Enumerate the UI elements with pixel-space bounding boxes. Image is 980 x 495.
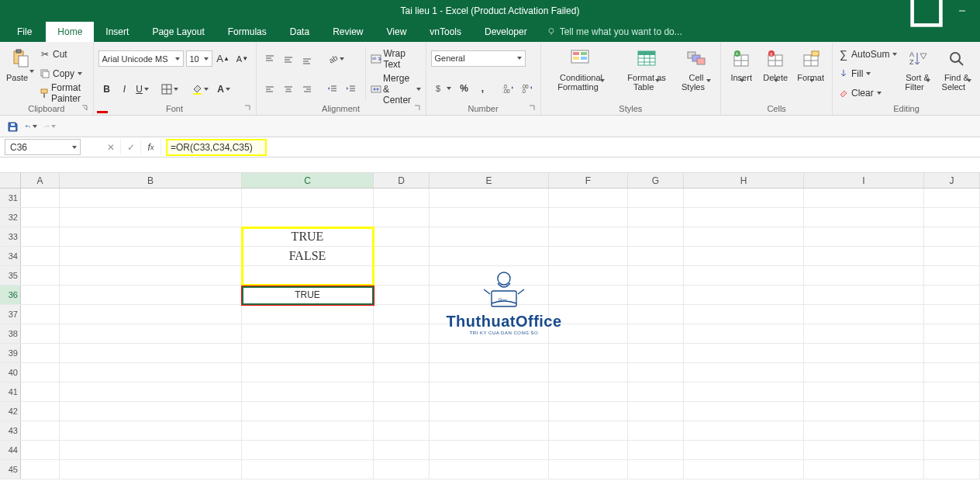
percent-format-icon[interactable]: %	[456, 80, 473, 97]
cell[interactable]	[374, 266, 430, 285]
orientation-icon[interactable]: ab	[324, 50, 347, 68]
col-header[interactable]: E	[430, 173, 549, 188]
formula-input[interactable]: =OR(C33,C34,C35)	[166, 137, 980, 158]
cell[interactable]	[684, 227, 804, 246]
cell[interactable]	[684, 382, 804, 401]
cell[interactable]	[804, 247, 924, 265]
col-header[interactable]: G	[628, 173, 684, 188]
cell[interactable]	[684, 363, 804, 382]
cell[interactable]	[549, 402, 628, 421]
cell[interactable]	[628, 208, 684, 227]
col-header[interactable]: J	[924, 173, 980, 188]
cell[interactable]	[60, 344, 242, 362]
cut-button[interactable]: ✂Cut	[39, 46, 88, 63]
cell[interactable]	[628, 305, 684, 324]
cell[interactable]	[924, 460, 980, 479]
format-as-table-button[interactable]: Format as Table	[619, 45, 673, 102]
minimize-button[interactable]	[944, 0, 980, 22]
cell[interactable]	[60, 441, 242, 459]
cell[interactable]	[684, 266, 804, 285]
cell[interactable]	[804, 382, 924, 401]
cell[interactable]	[60, 305, 242, 324]
align-middle-icon[interactable]	[280, 50, 297, 68]
cell[interactable]	[21, 441, 60, 459]
row-header[interactable]: 37	[0, 305, 21, 324]
select-all-corner[interactable]	[0, 173, 21, 188]
cell[interactable]	[21, 363, 60, 382]
borders-button[interactable]	[158, 81, 181, 98]
cell[interactable]	[924, 227, 980, 246]
cell[interactable]	[924, 208, 980, 227]
cell[interactable]	[924, 189, 980, 207]
cell[interactable]	[430, 363, 549, 382]
number-launcher[interactable]	[526, 102, 537, 113]
cell[interactable]	[430, 421, 549, 440]
cell[interactable]	[21, 460, 60, 479]
tab-review[interactable]: Review	[321, 22, 374, 42]
cell[interactable]	[374, 189, 430, 207]
cell[interactable]	[549, 227, 628, 246]
cell[interactable]	[60, 382, 242, 401]
cell[interactable]	[924, 402, 980, 421]
tab-view[interactable]: View	[375, 22, 419, 42]
cell[interactable]	[628, 227, 684, 246]
cell[interactable]	[804, 266, 924, 285]
bold-button[interactable]: B	[98, 81, 116, 98]
cell[interactable]	[21, 227, 60, 246]
increase-decimal-icon[interactable]: .0.00	[500, 80, 517, 97]
cell[interactable]	[804, 421, 924, 440]
accounting-format-icon[interactable]: $	[431, 80, 454, 97]
cell[interactable]	[374, 460, 430, 479]
format-cells-button[interactable]: Format	[794, 45, 827, 102]
delete-cells-button[interactable]: xDelete	[760, 45, 791, 102]
undo-icon[interactable]	[25, 120, 37, 133]
cell[interactable]: TRUE	[242, 227, 374, 246]
cell[interactable]	[924, 421, 980, 440]
col-header[interactable]: I	[804, 173, 924, 188]
decrease-decimal-icon[interactable]: .00.0	[519, 80, 536, 97]
cell[interactable]	[628, 247, 684, 265]
cell[interactable]	[924, 441, 980, 459]
cell[interactable]	[60, 227, 242, 246]
cell[interactable]	[549, 208, 628, 227]
cell[interactable]	[549, 305, 628, 324]
cell[interactable]	[60, 208, 242, 227]
cell[interactable]	[242, 460, 374, 479]
cell[interactable]	[804, 441, 924, 459]
cell[interactable]	[21, 344, 60, 362]
tab-page-layout[interactable]: Page Layout	[140, 22, 216, 42]
font-size-select[interactable]: 10	[186, 50, 212, 67]
cell[interactable]	[374, 208, 430, 227]
clipboard-launcher[interactable]	[79, 102, 90, 113]
row-header[interactable]: 45	[0, 460, 21, 479]
comma-format-icon[interactable]: ,	[474, 80, 492, 97]
cell[interactable]	[684, 402, 804, 421]
cell[interactable]	[21, 208, 60, 227]
cell[interactable]	[549, 421, 628, 440]
cell[interactable]	[924, 324, 980, 343]
cell[interactable]	[804, 305, 924, 324]
tab-data[interactable]: Data	[278, 22, 321, 42]
cancel-formula-icon[interactable]: ✕	[101, 139, 121, 155]
cell[interactable]	[684, 189, 804, 207]
underline-button[interactable]: U	[134, 81, 151, 98]
cell[interactable]	[21, 382, 60, 401]
row-header[interactable]: 41	[0, 382, 21, 401]
font-name-select[interactable]: Arial Unicode MS	[98, 50, 184, 67]
cell[interactable]	[374, 363, 430, 382]
fill-button[interactable]: Fill	[837, 65, 897, 82]
cell[interactable]	[374, 382, 430, 401]
cell[interactable]	[684, 305, 804, 324]
col-header[interactable]: H	[684, 173, 804, 188]
conditional-formatting-button[interactable]: Conditional Formatting	[546, 45, 617, 102]
row-header[interactable]: 32	[0, 208, 21, 227]
cell[interactable]	[804, 227, 924, 246]
cell[interactable]	[924, 247, 980, 265]
tab-vntools[interactable]: vnTools	[418, 22, 473, 42]
cell[interactable]	[430, 189, 549, 207]
cell[interactable]	[242, 344, 374, 362]
cell[interactable]	[549, 247, 628, 265]
enter-formula-icon[interactable]: ✓	[121, 139, 141, 155]
cell[interactable]	[60, 460, 242, 479]
cell[interactable]	[684, 421, 804, 440]
